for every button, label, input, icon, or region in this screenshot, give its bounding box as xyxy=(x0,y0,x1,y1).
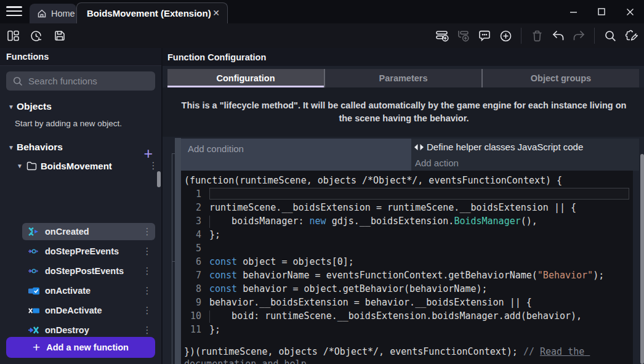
tab-parameters[interactable]: Parameters xyxy=(325,69,483,87)
main-menu-icon[interactable] xyxy=(6,6,22,17)
kebab-menu-icon[interactable]: ⋮ xyxy=(139,325,155,336)
add-event-icon[interactable] xyxy=(435,28,451,44)
add-new-function-button[interactable]: + Add a new function xyxy=(6,337,155,358)
line-number: 4 xyxy=(181,228,209,241)
code-line-1[interactable]: 1 xyxy=(181,187,633,201)
add-condition-label: Add condition xyxy=(188,144,411,154)
activate-function-icon xyxy=(28,286,39,296)
function-item-MoveToPosition[interactable]: MoveToPosition⋮ xyxy=(22,361,155,364)
function-configuration-panel: Function Configuration ConfigurationPara… xyxy=(161,48,644,364)
search-functions-input[interactable]: Search functions xyxy=(6,71,155,91)
lifecycle-description: This is a "lifecycle method". It will be… xyxy=(163,87,644,137)
js-code-editor[interactable]: (function(runtimeScene, objects /*Object… xyxy=(181,171,633,364)
chevron-down-icon: ▼ xyxy=(8,103,15,110)
line-number: 10 xyxy=(181,309,209,323)
tab-close-icon[interactable]: ✕ xyxy=(212,8,220,18)
function-item-onActivate[interactable]: onActivate⋮ xyxy=(22,282,155,299)
panel-header: Function Configuration xyxy=(163,48,644,66)
code-line-10[interactable]: 10 boid: runtimeScene.__boidsExtension.b… xyxy=(181,309,633,323)
titlebar: Home BoidsMovement (Extension) ✕ xyxy=(0,0,644,23)
undo-icon[interactable] xyxy=(550,28,566,44)
tab-extension[interactable]: BoidsMovement (Extension) ✕ xyxy=(76,2,228,23)
code-line-11[interactable]: 11}; xyxy=(181,323,633,336)
created-function-icon xyxy=(28,227,39,237)
objects-hint: Start by adding a new object. xyxy=(15,119,122,128)
behavior-group-label: BoidsMovement xyxy=(41,161,145,171)
add-condition-area[interactable]: Add condition xyxy=(181,139,411,171)
kebab-menu-icon[interactable]: ⋮ xyxy=(139,285,155,296)
function-item-doStepPreEvents[interactable]: doStepPreEvents⋮ xyxy=(22,243,155,260)
kebab-menu-icon[interactable]: ⋮ xyxy=(145,160,161,171)
window-controls xyxy=(559,0,644,23)
tab-extension-label: BoidsMovement (Extension) xyxy=(87,8,211,18)
app-window: Home BoidsMovement (Extension) ✕ xyxy=(0,0,644,364)
function-item-label: doStepPostEvents xyxy=(45,266,139,276)
delete-icon[interactable] xyxy=(529,28,545,44)
window-close-button[interactable] xyxy=(616,0,644,23)
behaviors-section-header[interactable]: ▼ Behaviors + xyxy=(0,138,161,156)
code-line-9[interactable]: 9behavior.__boidsExtension = behavior.__… xyxy=(181,296,633,309)
line-number: 2 xyxy=(181,201,209,214)
add-action-label[interactable]: Add action xyxy=(415,158,459,168)
code-triangles-icon xyxy=(414,144,424,151)
code-line-5[interactable]: 5 xyxy=(181,241,633,255)
function-item-label: doStepPreEvents xyxy=(45,246,139,256)
code-line-3[interactable]: 3 boidsManager: new gdjs.__boidsExtensio… xyxy=(181,214,633,228)
code-line-6[interactable]: 6const object = objects[0]; xyxy=(181,255,633,269)
config-tabs: ConfigurationParametersObject groups xyxy=(167,69,639,87)
search-icon[interactable] xyxy=(602,28,618,44)
kebab-menu-icon[interactable]: ⋮ xyxy=(139,226,155,237)
folder-icon xyxy=(26,161,37,171)
add-element-icon[interactable] xyxy=(497,28,513,44)
events-scrollbar[interactable] xyxy=(640,154,644,364)
function-item-label: onActivate xyxy=(45,286,139,296)
objects-section-header[interactable]: ▼ Objects + xyxy=(0,97,161,116)
tab-configuration[interactable]: Configuration xyxy=(167,69,325,87)
code-line-4[interactable]: 4}; xyxy=(181,228,633,241)
tab-home[interactable]: Home xyxy=(30,4,76,23)
code-line-7[interactable]: 7const behaviorName = eventsFunctionCont… xyxy=(181,269,633,282)
js-code-event-header[interactable]: Define helper classes JavaScript code xyxy=(414,142,583,152)
function-item-label: onDestroy xyxy=(45,325,139,335)
window-minimize-button[interactable] xyxy=(559,0,587,23)
objects-title: Objects xyxy=(17,101,52,112)
function-item-onDeActivate[interactable]: onDeActivate⋮ xyxy=(22,302,155,319)
code-wrapper-header: (function(runtimeScene, objects /*Object… xyxy=(181,171,633,187)
save-icon[interactable] xyxy=(52,28,68,44)
toolbar: Preview Share xyxy=(0,23,644,48)
function-item-onCreated[interactable]: onCreated⋮ xyxy=(22,223,155,240)
events-sheet: Add condition Define helper classes Java… xyxy=(163,137,644,364)
tab-object-groups[interactable]: Object groups xyxy=(483,69,639,87)
add-comment-icon[interactable] xyxy=(477,28,493,44)
sidebar-header: Functions xyxy=(0,48,161,66)
line-number: 7 xyxy=(181,269,209,282)
search-icon xyxy=(13,76,23,86)
line-number: 9 xyxy=(181,296,209,309)
panels-layout-icon[interactable] xyxy=(5,28,21,44)
function-item-label: onCreated xyxy=(45,227,139,237)
chevron-down-icon: ▼ xyxy=(17,163,24,169)
behavior-group-boidsmovement[interactable]: ▼ BoidsMovement ⋮ xyxy=(0,157,161,174)
edit-extension-icon[interactable] xyxy=(623,28,639,44)
event-drag-handle[interactable] xyxy=(175,138,181,364)
panel-header-label: Function Configuration xyxy=(167,52,266,62)
behaviors-title: Behaviors xyxy=(17,142,63,153)
chevron-down-icon: ▼ xyxy=(8,144,15,151)
function-item-onDestroy[interactable]: onDestroy⋮ xyxy=(22,322,155,339)
sidebar-scrollbar[interactable] xyxy=(157,171,161,187)
add-new-function-label: Add a new function xyxy=(46,342,129,352)
code-line-8[interactable]: 8const behavior = object.getBehavior(beh… xyxy=(181,282,633,296)
line-number: 3 xyxy=(181,214,209,228)
cursor-line-highlight xyxy=(209,188,629,200)
kebab-menu-icon[interactable]: ⋮ xyxy=(139,265,155,277)
kebab-menu-icon[interactable]: ⋮ xyxy=(139,246,155,257)
redo-icon[interactable] xyxy=(571,28,587,44)
line-number: 5 xyxy=(181,241,209,255)
kebab-menu-icon[interactable]: ⋮ xyxy=(139,305,155,316)
history-icon[interactable] xyxy=(28,28,44,44)
window-maximize-button[interactable] xyxy=(587,0,616,23)
code-lines: 12runtimeScene.__boidsExtension = runtim… xyxy=(181,187,633,336)
function-item-doStepPostEvents[interactable]: doStepPostEvents⋮ xyxy=(22,262,155,280)
code-line-2[interactable]: 2runtimeScene.__boidsExtension = runtime… xyxy=(181,201,633,214)
add-subevent-icon[interactable] xyxy=(456,28,472,44)
